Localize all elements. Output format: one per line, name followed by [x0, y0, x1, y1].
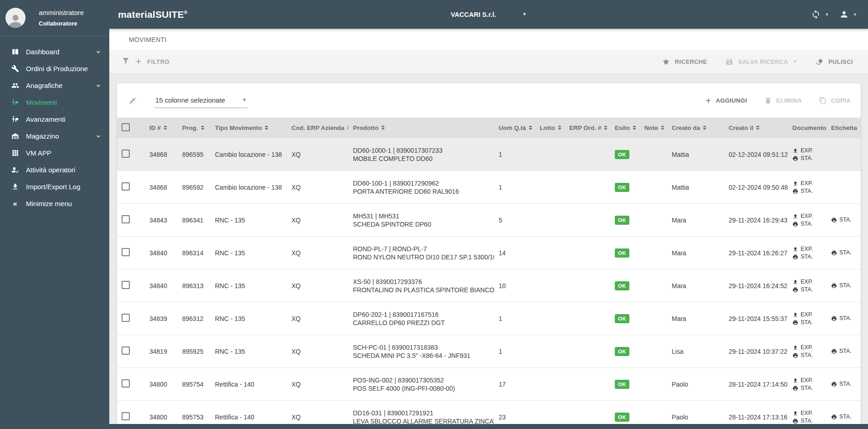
- table-row[interactable]: 34868 896595 Cambio locazione - 138 XQ D…: [117, 138, 861, 171]
- export-link[interactable]: EXP.: [792, 180, 822, 187]
- sort-icon[interactable]: [347, 125, 348, 130]
- etichetta-print-link[interactable]: STA.: [831, 315, 856, 322]
- export-link[interactable]: EXP.: [792, 377, 822, 384]
- print-document-link[interactable]: STA.: [792, 286, 822, 294]
- table-row[interactable]: 34840 896313 RNC - 135 XQ XS-50 | 839001…: [117, 269, 861, 302]
- table-row[interactable]: 34840 896314 RNC - 135 XQ ROND-PL-7 | RO…: [117, 237, 861, 269]
- sort-icon[interactable]: [756, 125, 760, 130]
- etichetta-print-link[interactable]: STA.: [831, 413, 856, 421]
- sidebar-item-ordini-di-produzione[interactable]: Ordini di Produzione: [0, 60, 109, 77]
- sidebar-item-avanzamenti[interactable]: Avanzamenti: [0, 111, 109, 128]
- row-checkbox[interactable]: [122, 379, 130, 388]
- row-checkbox[interactable]: [122, 346, 130, 355]
- row-checkbox[interactable]: [122, 150, 130, 158]
- sort-icon[interactable]: [604, 125, 608, 130]
- column-header-id[interactable]: ID #: [145, 118, 178, 138]
- bottom-strip: [0, 424, 868, 429]
- row-checkbox[interactable]: [122, 248, 130, 256]
- table-row[interactable]: 34868 896592 Cambio locazione - 138 XQ D…: [117, 171, 861, 204]
- column-header-cod-erp-azienda[interactable]: Cod. ERP Azienda: [287, 118, 348, 138]
- print-document-link[interactable]: STA.: [792, 187, 822, 195]
- sync-icon[interactable]: [811, 10, 821, 19]
- table-row[interactable]: 34800 895754 Rettifica - 140 XQ POS-ING-…: [117, 368, 861, 401]
- print-document-link[interactable]: STA.: [792, 155, 822, 162]
- column-header-lotto[interactable]: Lotto: [535, 118, 565, 138]
- export-link[interactable]: EXP.: [792, 147, 822, 155]
- etichetta-print-link[interactable]: STA.: [831, 216, 856, 224]
- sort-icon[interactable]: [381, 125, 385, 130]
- export-label: EXP.: [801, 147, 813, 155]
- caret-down-icon[interactable]: ▼: [825, 12, 829, 17]
- sidebar-item-attivita-operatori[interactable]: Attività operatori: [0, 161, 109, 178]
- user-menu-icon[interactable]: [839, 10, 849, 19]
- columns-select[interactable]: 15 colonne selezionate ▼: [154, 93, 248, 108]
- print-document-link[interactable]: STA.: [792, 319, 822, 326]
- sidebar-item-label: Anagrafiche: [26, 82, 62, 89]
- sidebar-item-import-export-log[interactable]: Import/Export Log: [0, 178, 109, 195]
- pulisci-button[interactable]: PULISCI: [816, 58, 853, 66]
- sort-icon[interactable]: [529, 125, 532, 130]
- export-link[interactable]: EXP.: [792, 344, 822, 351]
- row-checkbox[interactable]: [122, 182, 130, 191]
- column-header-creato-da[interactable]: Creato da: [667, 118, 724, 138]
- print-document-link[interactable]: STA.: [792, 220, 822, 228]
- print-document-link[interactable]: STA.: [792, 351, 822, 359]
- column-header-esito[interactable]: Esito: [610, 118, 640, 138]
- table-row[interactable]: 34839 896312 RNC - 135 XQ DP60-202-1 | 8…: [117, 302, 861, 335]
- filtro-button[interactable]: + FILTRO: [122, 57, 169, 67]
- salva-ricerca-button[interactable]: SALVA RICERCA ▼: [725, 58, 797, 66]
- esito-badge: OK: [615, 216, 629, 225]
- etichetta-print-link[interactable]: STA.: [831, 282, 856, 289]
- sidebar-item-dashboard[interactable]: Dashboard: [0, 43, 109, 60]
- row-checkbox[interactable]: [122, 215, 130, 223]
- row-checkbox[interactable]: [122, 281, 130, 289]
- elimina-button[interactable]: ELIMINA: [764, 97, 802, 104]
- copia-button[interactable]: COPIA: [819, 97, 851, 104]
- export-link[interactable]: EXP.: [792, 278, 822, 286]
- sort-icon[interactable]: [558, 125, 562, 130]
- printer-icon: [831, 381, 837, 387]
- select-all-checkbox[interactable]: [122, 123, 130, 131]
- caret-down-icon[interactable]: ▼: [853, 12, 857, 17]
- column-header-tipo-movimento[interactable]: Tipo Movimento: [210, 118, 287, 138]
- sidebar-item-anagrafiche[interactable]: Anagrafiche: [0, 77, 109, 94]
- row-checkbox[interactable]: [122, 314, 130, 322]
- sort-icon[interactable]: [201, 125, 204, 130]
- company-selector[interactable]: VACCARI S.r.l. ▼: [451, 11, 527, 18]
- print-document-link[interactable]: STA.: [792, 417, 822, 425]
- sort-icon[interactable]: [265, 125, 268, 130]
- sort-icon[interactable]: [633, 125, 636, 130]
- sort-icon[interactable]: [163, 125, 167, 130]
- print-document-link[interactable]: STA.: [792, 253, 822, 261]
- chevron-down-icon[interactable]: [95, 48, 102, 56]
- print-document-link[interactable]: STA.: [792, 384, 822, 392]
- sidebar-item-magazzino[interactable]: Magazzino: [0, 128, 109, 145]
- sidebar-item-minimize-menu[interactable]: « Minimize menu: [0, 195, 109, 212]
- column-header-prog[interactable]: Prog.: [178, 118, 210, 138]
- export-link[interactable]: EXP.: [792, 311, 822, 319]
- column-header-uom-q-t[interactable]: Uom Q.tà: [494, 118, 535, 138]
- column-header-erp-ord[interactable]: ERP Ord. #: [565, 118, 610, 138]
- column-header-prodotto[interactable]: Prodotto: [348, 118, 494, 138]
- aggiungi-button[interactable]: + AGGIUNGI: [706, 96, 747, 105]
- export-link[interactable]: EXP.: [792, 409, 822, 417]
- ricerche-button[interactable]: RICERCHE: [662, 58, 707, 66]
- sidebar-item-vm-app[interactable]: VM APP: [0, 145, 109, 161]
- export-link[interactable]: EXP.: [792, 212, 822, 220]
- export-link[interactable]: EXP.: [792, 245, 822, 253]
- sidebar-item-movimenti[interactable]: Movimenti: [0, 94, 109, 111]
- etichetta-print-link[interactable]: STA.: [831, 380, 856, 388]
- table-row[interactable]: 34819 895925 RNC - 135 XQ SCH-PC-01 | 83…: [117, 335, 861, 368]
- sort-icon[interactable]: [703, 125, 706, 130]
- column-header-creato-il[interactable]: Creato il: [724, 118, 788, 138]
- row-checkbox[interactable]: [122, 412, 130, 420]
- etichetta-print-link[interactable]: STA.: [831, 249, 856, 257]
- column-header-note[interactable]: Note: [640, 118, 667, 138]
- sort-icon[interactable]: [661, 125, 664, 130]
- chevron-down-icon[interactable]: [95, 82, 102, 89]
- cell-note: [640, 204, 667, 237]
- compress-icon[interactable]: [128, 97, 137, 105]
- table-row[interactable]: 34843 896341 RNC - 135 XQ MH531 | MH531 …: [117, 204, 861, 237]
- etichetta-print-link[interactable]: STA.: [831, 347, 856, 355]
- chevron-down-icon[interactable]: [95, 133, 102, 140]
